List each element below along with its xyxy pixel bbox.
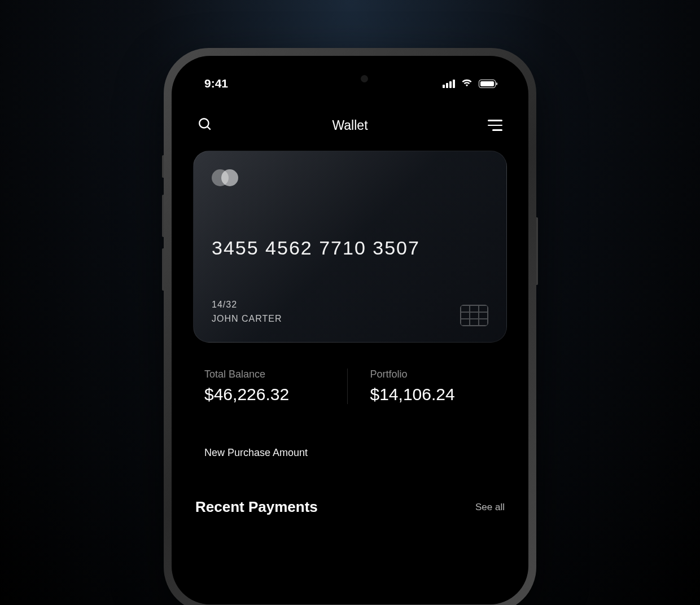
svg-point-0 <box>199 119 208 128</box>
svg-line-1 <box>207 126 210 129</box>
recent-payments-header: Recent Payments See all <box>193 498 507 516</box>
volume-up-button <box>162 195 164 237</box>
cellular-signal-icon <box>443 80 455 88</box>
camera-dot <box>361 75 368 82</box>
total-balance-label: Total Balance <box>204 369 330 380</box>
page-title: Wallet <box>332 118 368 133</box>
total-balance[interactable]: Total Balance $46,226.32 <box>204 369 348 404</box>
portfolio-label: Portfolio <box>370 369 496 380</box>
search-icon[interactable] <box>198 117 212 134</box>
wifi-icon <box>461 77 473 90</box>
status-icons <box>443 77 496 90</box>
dynamic-island <box>308 69 392 90</box>
phone-screen: 9:41 <box>172 56 528 604</box>
portfolio-value: $14,106.24 <box>370 385 496 404</box>
chip-icon <box>460 305 488 326</box>
card-details: 14/32 JOHN CARTER <box>212 297 282 326</box>
credit-card[interactable]: 3455 4562 7710 3507 14/32 JOHN CARTER <box>193 151 507 343</box>
volume-down-button <box>162 248 164 291</box>
card-holder-name: JOHN CARTER <box>212 312 282 326</box>
phone-frame: 9:41 <box>164 48 536 605</box>
power-button <box>536 217 538 285</box>
card-expiry: 14/32 <box>212 297 282 312</box>
battery-icon <box>479 80 496 88</box>
recent-payments-title: Recent Payments <box>195 498 318 516</box>
balance-row: Total Balance $46,226.32 Portfolio $14,1… <box>193 365 507 407</box>
card-number: 3455 4562 7710 3507 <box>212 237 488 259</box>
total-balance-value: $46,226.32 <box>204 385 330 404</box>
app-header: Wallet <box>193 94 507 151</box>
mastercard-logo-icon <box>212 169 488 186</box>
menu-icon[interactable] <box>488 120 502 131</box>
portfolio-balance[interactable]: Portfolio $14,106.24 <box>348 369 496 404</box>
new-purchase-label[interactable]: New Purchase Amount <box>193 447 507 459</box>
see-all-link[interactable]: See all <box>475 502 505 513</box>
silence-switch <box>162 155 164 178</box>
status-time: 9:41 <box>204 77 228 90</box>
